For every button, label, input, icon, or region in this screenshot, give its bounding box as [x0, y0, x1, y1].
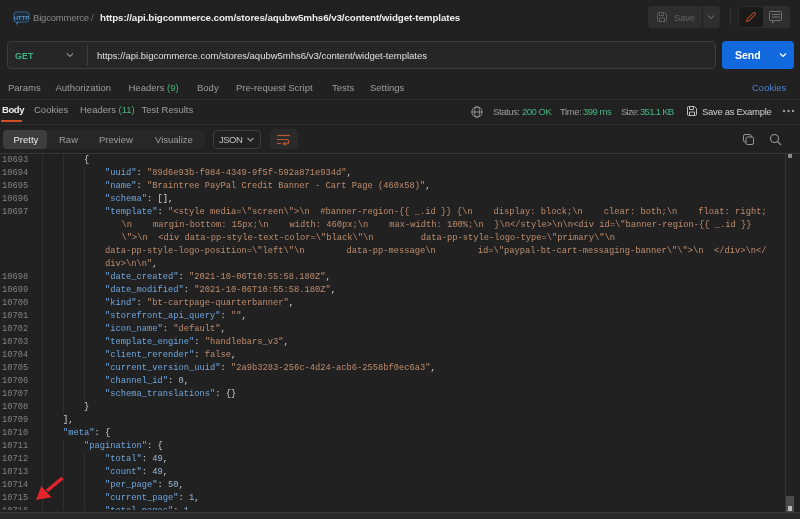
svg-text:HTTP: HTTP — [14, 15, 30, 21]
